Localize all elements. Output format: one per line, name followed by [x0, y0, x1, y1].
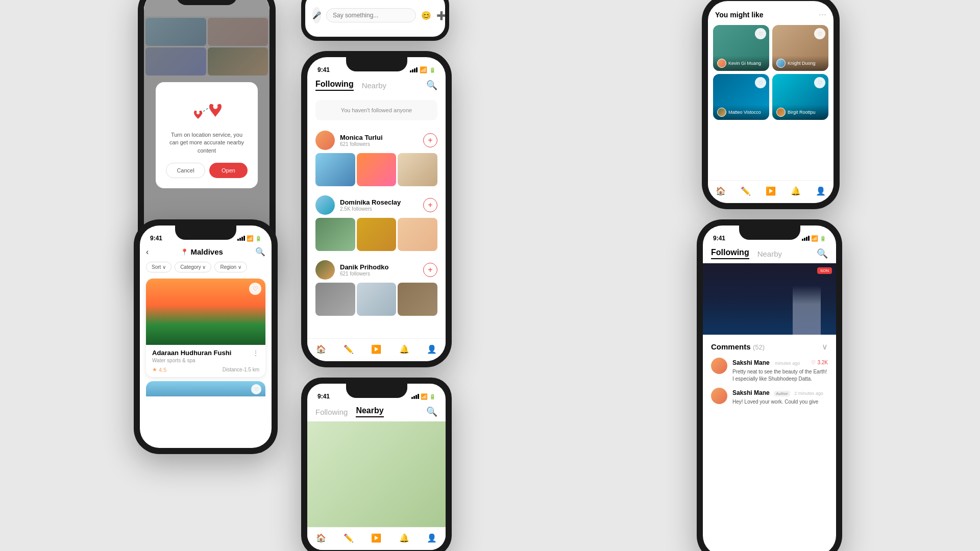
nav-bell-3[interactable]: 🔔 [398, 343, 410, 355]
nav-profile-3[interactable]: 👤 [426, 343, 438, 355]
star-icon-1: ★ [152, 366, 157, 373]
sort-chip[interactable]: Sort ∨ [146, 262, 172, 272]
nav-home-4[interactable]: 🏠 [715, 185, 727, 197]
user-thumb-2-1 [315, 218, 355, 251]
nav-bell-6[interactable]: 🔔 [398, 532, 410, 544]
tab-following-6[interactable]: Following [315, 408, 348, 416]
location-modal: Turn on location service, you can get mo… [156, 82, 258, 188]
user-row-2: Dominika Roseclay 2.5K followers + [307, 190, 446, 255]
card-name-4: Birgit Roottpu [788, 110, 816, 115]
user-info-1: Monica Turlui 621 followers [340, 134, 418, 147]
user-name-2: Dominika Roseclay [340, 198, 418, 206]
comments-header: Comments (52) ∨ [711, 342, 828, 352]
tab-nearby-7[interactable]: Nearby [757, 249, 782, 258]
grid-card-4: ♡ Birgit Roottpu [772, 74, 828, 120]
back-button-5[interactable]: ‹ [146, 247, 149, 257]
star-rating-1: ★ 4.5 [152, 366, 166, 373]
user-followers-1: 621 followers [340, 141, 418, 147]
user-images-1 [307, 153, 446, 190]
emoji-button[interactable]: 😊 [421, 8, 431, 22]
nav-bell-4[interactable]: 🔔 [790, 185, 802, 197]
mic-button[interactable]: 🎤 [312, 7, 321, 23]
user-avatar-2 [315, 195, 335, 215]
sort-chevron-icon: ∨ [162, 264, 166, 270]
region-chip[interactable]: Region ∨ [214, 262, 247, 272]
card-overlay-1: Kevin Gi Muang [713, 56, 769, 71]
empty-state: You haven't followed anyone [315, 100, 437, 120]
more-options-icon[interactable]: ··· [819, 9, 826, 20]
modal-buttons: Cancel Open [166, 163, 248, 178]
signal-icons-7: 📶 🔋 [802, 235, 826, 242]
say-something-input[interactable] [326, 8, 416, 22]
nav-edit-3[interactable]: ✏️ [342, 343, 355, 355]
phone-4-you-might-like: You might like ··· ♡ Kevin Gi Muang ♡ Kn… [702, 0, 840, 209]
resort-name-1: Adaraan Hudhuran Fushi Water sports & sp… [152, 349, 231, 363]
search-button-3[interactable]: 🔍 [426, 80, 437, 91]
tab-nearby-3[interactable]: Nearby [362, 81, 386, 90]
user-images-2 [307, 218, 446, 255]
heart-btn-4[interactable]: ♡ [814, 77, 825, 88]
cancel-button[interactable]: Cancel [166, 163, 205, 178]
search-button-7[interactable]: 🔍 [817, 248, 828, 259]
category-chevron-icon: ∨ [202, 264, 206, 270]
collapse-comments-icon[interactable]: ∨ [822, 342, 828, 352]
tab-bar-3: Following Nearby 🔍 [307, 76, 446, 95]
user-thumb-2-2 [357, 218, 397, 251]
notch-6 [346, 384, 407, 398]
card-name-1: Kevin Gi Muang [728, 61, 761, 66]
follow-btn-1[interactable]: + [423, 133, 437, 147]
nav-video-4[interactable]: ▶️ [765, 185, 777, 197]
comment-text-2: Hey! Loved your work. Could you give [732, 398, 828, 406]
resort-img-1: ♡ [146, 279, 265, 345]
search-icon-5[interactable]: 🔍 [255, 247, 265, 257]
card-name-3: Matteo Vistocco [728, 110, 761, 115]
card-avatar-2 [776, 59, 786, 68]
grid-card-3: ♡ Matteo Vistocco [713, 74, 769, 120]
nav-edit-6[interactable]: ✏️ [342, 532, 355, 544]
user-name-3: Danik Prihodko [340, 263, 418, 271]
might-like-title: You might like [715, 11, 764, 19]
heart-resort-1[interactable]: ♡ [249, 283, 261, 295]
tab-nearby-6[interactable]: Nearby [356, 406, 383, 417]
card-avatar-1 [717, 59, 726, 68]
nav-home-6[interactable]: 🏠 [315, 532, 327, 544]
heart-btn-1[interactable]: ♡ [755, 28, 766, 39]
resort-info-1: Adaraan Hudhuran Fushi Water sports & sp… [146, 345, 265, 377]
user-thumb-1-1 [315, 153, 355, 186]
follow-btn-2[interactable]: + [423, 198, 437, 212]
more-btn-1[interactable]: ⋮ [252, 349, 259, 357]
card-overlay-3: Matteo Vistocco [713, 105, 769, 120]
heart-btn-2[interactable]: ♡ [814, 28, 825, 39]
nav-video-6[interactable]: ▶️ [370, 532, 382, 544]
user-info-3: Danik Prihodko 621 followers [340, 263, 418, 277]
open-button[interactable]: Open [209, 163, 248, 178]
nav-home-3[interactable]: 🏠 [315, 343, 327, 355]
user-followers-2: 2.5K followers [340, 206, 418, 212]
nav-profile-6[interactable]: 👤 [426, 532, 438, 544]
follow-btn-3[interactable]: + [423, 263, 437, 277]
heart-btn-3[interactable]: ♡ [755, 77, 766, 88]
card-avatar-4 [776, 108, 786, 117]
user-thumb-1-2 [357, 153, 397, 186]
status-time-6: 9:41 [317, 393, 330, 400]
modal-description: Turn on location service, you can get mo… [166, 131, 248, 155]
nav-profile-4[interactable]: 👤 [815, 185, 827, 197]
add-button[interactable]: ➕ [436, 8, 445, 22]
comment-text-1: Pretty neat to see the beauty of the Ear… [732, 368, 828, 383]
modal-icon [166, 94, 248, 125]
comments-panel: Comments (52) ∨ Sakshi Mane minutes ago … [703, 335, 836, 418]
comments-title-wrapper: Comments (52) [711, 342, 765, 352]
nav-video-3[interactable]: ▶️ [370, 343, 382, 355]
category-chip[interactable]: Category ∨ [175, 262, 211, 272]
signal-icons-3: 📶 🔋 [410, 66, 435, 73]
nav-edit-4[interactable]: ✏️ [740, 185, 752, 197]
tab-following-7[interactable]: Following [711, 248, 749, 259]
svg-point-0 [197, 111, 200, 114]
tab-following-3[interactable]: Following [315, 80, 354, 91]
user-name-1: Monica Turlui [340, 134, 418, 141]
bottom-nav-3: 🏠 ✏️ ▶️ 🔔 👤 [307, 338, 446, 361]
comment-2: Sakshi Mane Author 2 minutes ago Hey! Lo… [711, 388, 828, 406]
heart-resort-2[interactable]: ♡ [251, 384, 261, 394]
search-button-6[interactable]: 🔍 [426, 406, 437, 417]
user-row-3: Danik Prihodko 621 followers + [307, 255, 446, 320]
